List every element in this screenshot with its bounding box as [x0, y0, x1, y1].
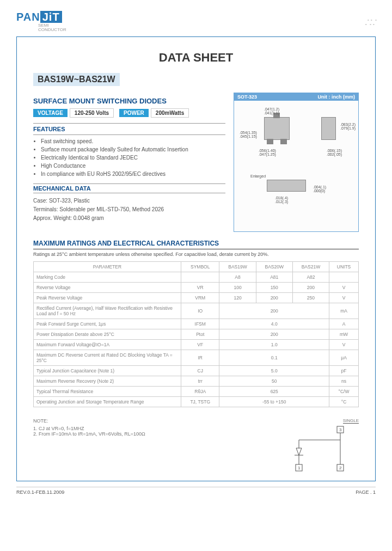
cell-param: Maximum DC Reverse Current at Rated DC B… — [34, 350, 181, 366]
features-list: Fast switching speed. Surface mount pack… — [33, 138, 225, 177]
feature-item: Surface mount package Ideally Suited for… — [41, 146, 225, 152]
cell-symbol: IFSM — [181, 319, 219, 329]
rating-note: Ratings at 25°C ambient temperature unle… — [33, 252, 359, 257]
cell-value: -55 to +150 — [219, 397, 329, 407]
cell-unit: mW — [329, 329, 359, 340]
table-row: Power Dissipation Derate above 25°CPtot2… — [34, 329, 359, 340]
cell-param: Rectified Current (Average), Half Wave R… — [34, 303, 181, 319]
dim-label: .079(1.9) — [340, 126, 356, 130]
cell-unit: A — [329, 319, 359, 329]
package-diagram: .047(1.2) .041(1.1) .054(1.35) .045(1.15… — [234, 101, 358, 231]
voltage-value: 120-250 Volts — [70, 108, 114, 118]
cell-value: 200 — [219, 329, 329, 340]
cell-unit: pF — [329, 366, 359, 376]
cell-symbol: VR — [181, 283, 219, 293]
document-frame: DATA SHEET BAS19W~BAS21W SURFACE MOUNT S… — [16, 36, 376, 481]
cell-value: 50 — [219, 376, 329, 387]
cell-unit: V — [329, 283, 359, 293]
th-col3: BAS21W — [292, 262, 329, 272]
dim-label: .000(0) — [313, 189, 325, 193]
cell-value: 5.0 — [219, 366, 329, 376]
cell-symbol: VRM — [181, 293, 219, 303]
svg-marker-4 — [296, 448, 302, 455]
features-heading: FEATURES — [33, 125, 225, 133]
dim-label: .041(1.1) — [264, 111, 279, 115]
footer-page: PAGE . 1 — [356, 489, 376, 495]
document-title: DATA SHEET — [33, 51, 359, 65]
cell-value: 0.1 — [219, 350, 329, 366]
cell-param: Maximum Reverse Recovery (Note 2) — [34, 376, 181, 387]
package-name: SOT-323 — [237, 94, 257, 100]
dim-label: .047(1.2) — [264, 107, 279, 111]
cell-param: Power Dissipation Derate above 25°C — [34, 329, 181, 340]
cell-unit: °C — [329, 397, 359, 407]
pin2-label: 2 — [339, 466, 342, 470]
cell-value: 4.0 — [219, 319, 329, 329]
dim-label: .056(1.40) — [259, 149, 276, 152]
company-logo: PANJiT SEMI CONDUCTOR ∴∵ — [16, 11, 376, 32]
cell-param: Maximum Forward Voltage@IO=1A — [34, 340, 181, 350]
dim-label: .002(.05) — [327, 152, 342, 156]
mech-line: Approx. Weight: 0.0048 gram — [33, 214, 225, 223]
mech-line: Terminals: Solderable per MIL-STD-750, M… — [33, 205, 225, 214]
cell-symbol: VF — [181, 340, 219, 350]
th-col1: BAS19W — [219, 262, 256, 272]
cell-value: A8 — [219, 272, 256, 283]
feature-item: Electrically Identical to Standard JEDEC — [41, 155, 225, 161]
schematic-diagram: SINGLE 3 1 2 — [283, 418, 359, 473]
feature-item: High Conductance — [41, 163, 225, 169]
footer-revision: REV.0.1-FEB.11.2009 — [16, 489, 64, 495]
mechanical-data: Case: SOT-323, Plastic Terminals: Solder… — [33, 197, 225, 223]
cell-symbol: Ptot — [181, 329, 219, 340]
power-value: 200mWatts — [151, 108, 189, 118]
cell-param: Typical Junction Capacitance (Note 1) — [34, 366, 181, 376]
logo-part1: PAN — [16, 11, 40, 23]
dim-label: .045(1.15) — [240, 134, 257, 138]
dim-label: .006(.15) — [327, 149, 342, 152]
voltage-tag: VOLTAGE — [33, 109, 68, 117]
cell-value: 200 — [256, 293, 292, 303]
decorative-dots: ∴∵ — [365, 16, 376, 29]
cell-unit: V — [329, 340, 359, 350]
cell-symbol: IR — [181, 350, 219, 366]
feature-item: Fast switching speed. — [41, 138, 225, 144]
cell-symbol: IO — [181, 303, 219, 319]
cell-value: 100 — [219, 283, 256, 293]
notes-heading: NOTE: — [33, 418, 283, 424]
cell-value: 200 — [292, 283, 329, 293]
cell-unit: ns — [329, 376, 359, 387]
table-row: Rectified Current (Average), Half Wave R… — [34, 303, 359, 319]
table-row: Operating Junction and Storage Temperatu… — [34, 397, 359, 407]
logo-subtitle1: SEMI — [38, 23, 376, 28]
cell-value: A81 — [256, 272, 292, 283]
cell-symbol: TJ, TSTG — [181, 397, 219, 407]
th-unit: UNITS — [329, 262, 359, 272]
cell-value: 1.0 — [219, 340, 329, 350]
schematic-label: SINGLE — [343, 418, 359, 424]
table-row: Maximum Reverse Recovery (Note 2)trr50ns — [34, 376, 359, 387]
feature-item: In compliance with EU RoHS 2002/95/EC di… — [41, 171, 225, 177]
cell-param: Typical Thermal Resistance — [34, 387, 181, 397]
cell-value: A82 — [292, 272, 329, 283]
table-row: Typical Thermal ResistanceRθJA625°C/W — [34, 387, 359, 397]
cell-symbol — [181, 272, 219, 283]
dim-label: .018(.4) — [275, 196, 288, 200]
dim-label: .004(.1) — [313, 185, 326, 189]
logo-part2: JiT — [40, 11, 62, 23]
pin1-label: 1 — [298, 466, 301, 470]
cell-value: 625 — [219, 387, 329, 397]
cell-unit: mA — [329, 303, 359, 319]
pin3-label: 3 — [339, 427, 342, 432]
cell-param: Peak Reverse Voltage — [34, 293, 181, 303]
table-row: Typical Junction Capacitance (Note 1)CJ5… — [34, 366, 359, 376]
cell-param: Operating Junction and Storage Temperatu… — [34, 397, 181, 407]
cell-symbol: CJ — [181, 366, 219, 376]
th-param: PARAMETER — [34, 262, 181, 272]
logo-subtitle2: CONDUCTOR — [38, 28, 376, 32]
dim-label: .012(.3) — [275, 200, 288, 204]
cell-param: Marking Code — [34, 272, 181, 283]
mech-line: Case: SOT-323, Plastic — [33, 197, 225, 205]
dim-label: .047(1.25) — [259, 152, 276, 156]
table-row: Marking CodeA8A81A82 — [34, 272, 359, 283]
cell-unit: °C/W — [329, 387, 359, 397]
